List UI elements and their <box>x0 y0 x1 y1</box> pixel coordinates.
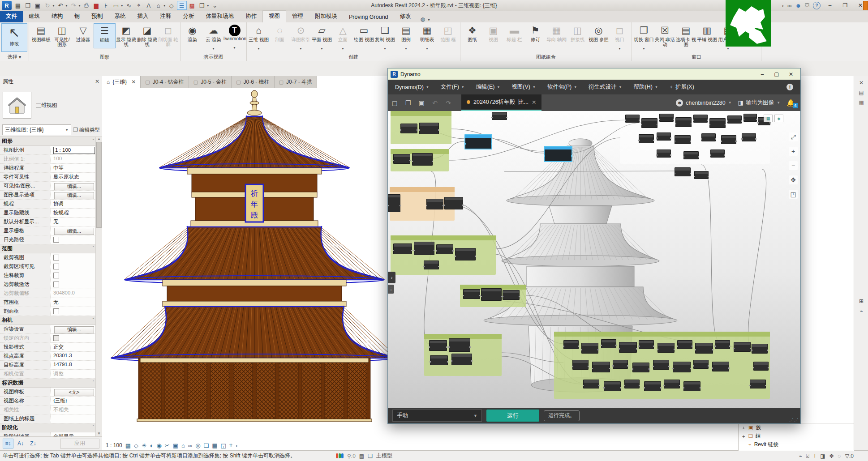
temporary-hide-icon[interactable]: ∞ <box>188 442 192 449</box>
dynamo-title-bar[interactable]: R Dynamo – ▢ ✕ <box>388 68 800 80</box>
property-value[interactable] <box>50 271 96 280</box>
properties-icon[interactable]: ▤ <box>13 1 22 9</box>
dynamo-node[interactable] <box>675 135 691 144</box>
dynamo-node[interactable] <box>424 260 439 269</box>
checkbox[interactable] <box>53 282 59 287</box>
dynamo-node[interactable] <box>693 360 709 369</box>
detail-level-icon[interactable]: ◇ <box>134 442 138 449</box>
dynamo-node[interactable] <box>624 380 640 388</box>
pan-icon[interactable]: ✥ <box>789 175 798 184</box>
dynamo-node[interactable] <box>701 133 716 141</box>
selection-filter-icon[interactable]: ▽:0 <box>845 453 854 459</box>
transfer-icon[interactable]: ▆ <box>92 1 101 9</box>
dynamo-node[interactable] <box>451 354 472 365</box>
edit-button[interactable]: 编辑... <box>54 192 94 199</box>
panel-grid-icon[interactable]: ▦ <box>854 99 868 106</box>
dynamo-maximize-button[interactable]: ▢ <box>770 69 783 79</box>
ribbon-tab-钢[interactable]: 钢 <box>69 11 86 22</box>
close-button[interactable]: ✕ <box>855 1 866 9</box>
dynamo-node[interactable] <box>709 118 726 128</box>
properties-close-icon[interactable]: ✕ <box>95 78 99 85</box>
property-value[interactable]: 1 : 100 <box>50 146 96 154</box>
analytical-model-icon[interactable]: ▦ <box>212 442 217 449</box>
dynamo-node[interactable] <box>675 167 691 176</box>
ribbon-button-thin-lines[interactable]: ☰细线 <box>94 23 116 48</box>
worksets-icon[interactable]: ▤ <box>359 453 364 459</box>
dynamo-node[interactable] <box>419 123 439 134</box>
ribbon-tab-附加模块[interactable]: 附加模块 <box>309 11 343 22</box>
selection-box-icon[interactable]: ⌗ <box>229 442 232 449</box>
ribbon-button-tile-views[interactable]: ▥平铺 视图 <box>696 23 718 47</box>
dynamo-node[interactable] <box>710 149 725 158</box>
dynamo-menu-编辑(E)[interactable]: 编辑(E)▼ <box>476 83 500 91</box>
dynamo-node[interactable] <box>653 360 669 370</box>
ribbon-tab-结构[interactable]: 结构 <box>46 11 69 22</box>
temporary-view-properties-icon[interactable]: ❏ <box>204 442 209 449</box>
property-value[interactable]: 编辑... <box>50 325 96 333</box>
dropdown-arrow-icon[interactable]: ▼ <box>78 4 81 7</box>
property-value[interactable] <box>50 262 96 271</box>
dynamo-node[interactable] <box>712 362 729 371</box>
ribbon-tab-建筑[interactable]: 建筑 <box>23 11 46 22</box>
property-value[interactable] <box>50 414 96 423</box>
search-binoculars-icon[interactable]: ∞ <box>787 2 791 9</box>
dynamo-close-button[interactable]: ✕ <box>784 69 798 79</box>
dynamo-tab-close-icon[interactable]: ✕ <box>532 99 536 106</box>
new-file-icon[interactable]: ▢ <box>388 99 401 107</box>
select-by-face-icon[interactable]: ◨ <box>820 453 825 459</box>
dynamo-node[interactable] <box>393 154 410 164</box>
dynamo-node[interactable] <box>750 380 766 388</box>
section-icon[interactable]: ◇ <box>167 1 176 9</box>
dynamo-node[interactable] <box>583 380 599 388</box>
ribbon-tab-注释[interactable]: 注释 <box>155 11 177 22</box>
dynamo-node[interactable] <box>727 115 742 124</box>
dynamo-left-panel-tab[interactable]: › <box>388 272 395 283</box>
sun-path-icon[interactable]: ☀ <box>142 442 147 449</box>
print-icon[interactable]: ⎙ <box>82 1 91 9</box>
property-value[interactable] <box>50 307 96 316</box>
dynamo-node[interactable] <box>449 338 470 352</box>
checkbox[interactable] <box>53 237 59 243</box>
dynamo-node[interactable] <box>639 134 654 143</box>
dynamo-node[interactable] <box>503 290 520 300</box>
ribbon-button-default-3d-view[interactable]: ⌂三维 视图▼ <box>248 23 269 50</box>
thin-lines-icon[interactable]: ☰ <box>177 1 187 10</box>
ribbon-tab-分析[interactable]: 分析 <box>177 11 200 22</box>
dynamo-node[interactable] <box>693 115 708 123</box>
dynamo-menu-extensions[interactable]: ✧扩展(X) <box>670 83 694 91</box>
ribbon-tab-系统[interactable]: 系统 <box>109 11 132 22</box>
dynamo-node[interactable] <box>544 146 572 162</box>
dynamo-alert-icon[interactable]: ! <box>786 84 793 90</box>
dynamo-node[interactable] <box>694 171 709 179</box>
sort-default-icon[interactable]: ≡↕ <box>3 439 13 448</box>
dynamo-menu-视图(V)[interactable]: 视图(V)▼ <box>511 83 536 91</box>
property-value[interactable]: 编辑... <box>50 182 96 190</box>
ribbon-button-view-template[interactable]: ▤视图样板 <box>30 23 52 47</box>
dynamo-node[interactable] <box>657 343 675 353</box>
dynamo-menu-软件包(P)[interactable]: 软件包(P)▼ <box>547 83 577 91</box>
property-value[interactable]: <无> <box>50 388 96 396</box>
dynamo-workspace-tab[interactable]: 20240726祈年殿_比... ✕ <box>461 94 541 111</box>
spline-icon[interactable]: ∿ <box>125 1 133 9</box>
dimension-icon[interactable]: ▭ <box>112 1 120 9</box>
restore-button[interactable]: ❐ <box>839 1 851 9</box>
main-model-label[interactable]: 主模型 <box>376 452 392 460</box>
ribbon-button-cloud-render[interactable]: ☁云 渲染▼ <box>203 23 224 50</box>
worksharing-icon[interactable] <box>336 453 344 458</box>
close-panel-icon[interactable]: ✕ <box>854 80 868 86</box>
property-value[interactable]: 无 <box>50 218 96 226</box>
dynamo-node[interactable] <box>632 363 649 372</box>
property-section-阶段化[interactable]: 阶段化ˆ <box>0 423 102 432</box>
dynamo-node[interactable] <box>430 355 448 365</box>
dynamo-node[interactable] <box>753 362 769 371</box>
ribbon-button-drafting-view[interactable]: ▭绘图 视图 <box>353 23 374 47</box>
dynamo-node[interactable] <box>683 151 699 159</box>
ribbon-button-close-inactive[interactable]: ☒关闭 非活动 <box>654 23 675 47</box>
ribbon-tab-Proving Ground[interactable]: Proving Ground <box>343 12 394 22</box>
type-selector-dropdown[interactable]: 三维视图: {三维} ▼ <box>2 124 71 135</box>
dynamo-node[interactable] <box>414 242 434 255</box>
panel-link-icon[interactable]: ⌁ <box>854 308 868 314</box>
dynamo-node[interactable] <box>492 112 507 120</box>
property-value[interactable]: 编辑... <box>50 226 96 235</box>
select-underlay-icon[interactable]: ⍃ <box>806 453 809 459</box>
